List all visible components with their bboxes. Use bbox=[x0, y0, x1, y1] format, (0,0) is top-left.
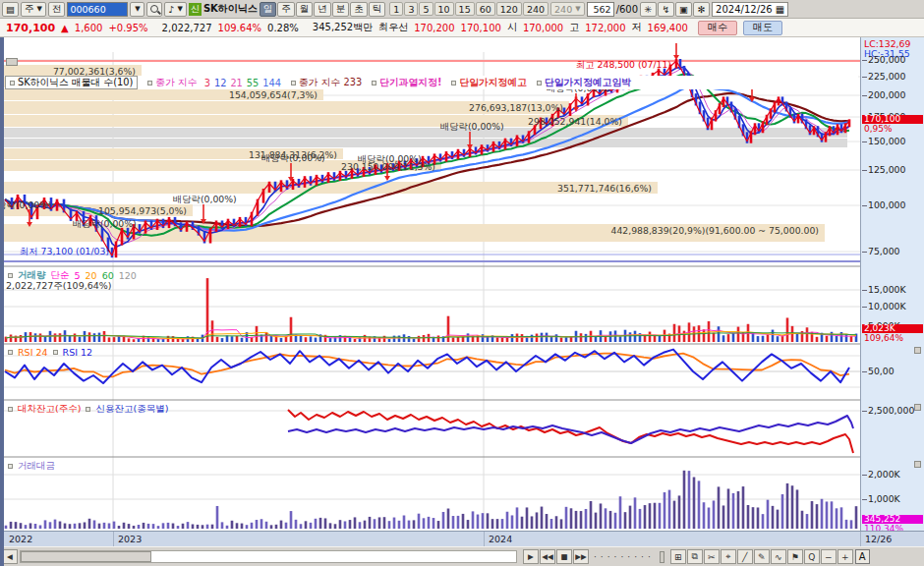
turnover-bar bbox=[501, 519, 504, 529]
save-icon[interactable]: ▣ bbox=[675, 2, 692, 17]
search-button[interactable] bbox=[146, 2, 162, 17]
volume-bar bbox=[580, 333, 583, 342]
period-button-초[interactable]: 초 bbox=[350, 2, 368, 17]
panel-collapse-button[interactable] bbox=[6, 58, 18, 66]
stock-code-input[interactable] bbox=[67, 2, 128, 17]
chart-title-box[interactable]: SK하이닉스 매물대 수(10) bbox=[5, 76, 138, 89]
zoom-slider-handle[interactable] bbox=[660, 551, 664, 563]
turnover-bar bbox=[197, 525, 200, 529]
volume-bar bbox=[84, 331, 87, 342]
interval-button-10[interactable]: 10 bbox=[434, 2, 454, 16]
period-button-틱[interactable]: 틱 bbox=[369, 2, 386, 17]
magnifier-button[interactable]: Q bbox=[804, 549, 820, 564]
scissors-button[interactable]: ✂ bbox=[704, 549, 720, 564]
chart-area[interactable]: SK하이닉스 매물대 수(10) 종가 지수3122155144 종가 지수 2… bbox=[0, 37, 924, 531]
legend-bullet-icon bbox=[537, 81, 542, 85]
volume-bar bbox=[521, 334, 524, 342]
volume-badge: 2,023K bbox=[862, 324, 923, 333]
volume-bar bbox=[560, 338, 563, 342]
pattern-icon[interactable]: ✳ bbox=[640, 2, 657, 17]
date-axis-year-2022: 2022 bbox=[5, 532, 113, 547]
axis-tick-label: 100,000 bbox=[868, 200, 905, 210]
interval-button-1[interactable]: 1 bbox=[389, 2, 403, 16]
chevron-down-icon: ▼ bbox=[37, 5, 42, 13]
turnover-label[interactable]: 거래대금 bbox=[18, 460, 55, 473]
period-small-select[interactable]: 주 ▼ bbox=[21, 2, 46, 17]
prev-button[interactable]: 전 bbox=[48, 2, 66, 17]
turnover-bar bbox=[256, 520, 259, 529]
turnover-bar bbox=[850, 520, 853, 529]
ex-dividend-annotation: 배당락(0,00%) bbox=[358, 153, 422, 166]
rewind-button[interactable]: ◀◀ bbox=[540, 549, 555, 564]
turnover-bar bbox=[614, 513, 617, 529]
period-button-주[interactable]: 주 bbox=[277, 2, 295, 17]
ma-legend[interactable]: 종가 지수3122155144 bbox=[147, 77, 281, 89]
turnover-bar bbox=[270, 525, 273, 529]
ex-dividend-annotation: 배당락(0,00%) bbox=[173, 194, 237, 206]
text-tool-button[interactable]: A bbox=[855, 549, 870, 564]
crosshair-button[interactable]: ⌖ bbox=[721, 549, 736, 564]
pen-button[interactable]: ✎ bbox=[754, 549, 770, 564]
rsi-panel-header: RSI 24RSI 12 bbox=[8, 347, 92, 358]
turnover-bar bbox=[811, 501, 814, 529]
scroll-left-button[interactable]: ◀ bbox=[2, 549, 18, 564]
forward-button[interactable]: ▶▶ bbox=[573, 549, 589, 564]
turnover-bar bbox=[575, 511, 578, 529]
loan-legend-label[interactable]: 신용잔고(종목별) bbox=[95, 403, 168, 416]
chart-scrollbar[interactable] bbox=[20, 550, 517, 563]
interval-button-60[interactable]: 60 bbox=[476, 2, 495, 16]
loan-collapse-button[interactable] bbox=[914, 404, 921, 411]
buy-button[interactable]: 매수 bbox=[698, 21, 737, 35]
zoom-slider[interactable]: ········· bbox=[594, 552, 655, 562]
interval-button-240[interactable]: 240 bbox=[523, 2, 549, 16]
volume-bar bbox=[703, 329, 706, 342]
interval-dropdown[interactable]: 240 ▼ bbox=[550, 2, 585, 16]
volume-bar bbox=[457, 337, 460, 342]
turnover-bar bbox=[143, 523, 145, 529]
volume-bar bbox=[673, 324, 676, 342]
rsi-legend-label[interactable]: RSI 24 bbox=[18, 347, 48, 358]
volume-bar bbox=[280, 338, 283, 342]
right-price-axis[interactable]: LC:132,69 HC:-31,55 250,000225,000200,00… bbox=[860, 37, 924, 531]
flag-button[interactable]: ⚑ bbox=[787, 549, 803, 564]
scrollbar-thumb[interactable] bbox=[21, 551, 151, 562]
interval-button-15[interactable]: 15 bbox=[455, 2, 475, 16]
volume-profile-label: 276,693,187(13,0%) bbox=[8, 102, 563, 113]
interval-button-5[interactable]: 5 bbox=[419, 2, 433, 16]
code-dropdown-icon[interactable]: ▼ bbox=[130, 2, 144, 17]
ma2-legend[interactable]: 종가 지수 233 bbox=[291, 77, 362, 89]
interval-button-3[interactable]: 3 bbox=[404, 2, 418, 16]
date-axis-year-2024: 2024 bbox=[484, 532, 860, 547]
turnover-collapse-button[interactable] bbox=[914, 461, 921, 468]
turnover-bar bbox=[29, 523, 32, 529]
window-icon[interactable]: ▤ bbox=[2, 2, 19, 17]
zoom-out-button[interactable]: − bbox=[821, 549, 837, 564]
interval-button-120[interactable]: 120 bbox=[496, 2, 522, 16]
sell-button[interactable]: 매도 bbox=[743, 21, 782, 35]
turnover-bar bbox=[757, 507, 760, 529]
zoom-in-button[interactable]: + bbox=[837, 549, 853, 564]
rsi-legend-label[interactable]: RSI 12 bbox=[63, 347, 93, 358]
frame-button[interactable]: ⊞ bbox=[670, 549, 686, 564]
sound-button[interactable]: ♪ ▼ bbox=[164, 2, 187, 17]
play-button[interactable]: ▶ bbox=[523, 549, 539, 564]
period-button-년[interactable]: 년 bbox=[314, 2, 331, 17]
ex-dividend-annotation: 배당락(0,00%) bbox=[73, 218, 137, 231]
settings-icon[interactable]: ✻ bbox=[693, 2, 710, 17]
zigzag-icon[interactable]: ↯ bbox=[658, 2, 674, 17]
copy-window-button[interactable]: ⧉ bbox=[687, 549, 703, 564]
period-button-일[interactable]: 일 bbox=[260, 2, 277, 17]
bar-count-input[interactable] bbox=[587, 2, 614, 17]
wave-button[interactable]: ∿ bbox=[771, 549, 786, 564]
loan-legend-label[interactable]: 대차잔고(주수) bbox=[18, 403, 81, 416]
period-button-월[interactable]: 월 bbox=[296, 2, 314, 17]
trendline-button[interactable]: ╱ bbox=[737, 549, 753, 564]
period-button-분[interactable]: 분 bbox=[332, 2, 350, 17]
annotation-arrowhead bbox=[673, 55, 679, 60]
turnover-bar bbox=[619, 496, 622, 529]
date-box[interactable]: 2024/12/26▦ bbox=[712, 2, 788, 17]
turnover-bar bbox=[280, 521, 283, 529]
rsi-collapse-button[interactable] bbox=[914, 347, 921, 354]
stop-button[interactable]: ■ bbox=[556, 549, 572, 564]
date-axis[interactable]: 202220232024 12/26 bbox=[0, 531, 924, 546]
